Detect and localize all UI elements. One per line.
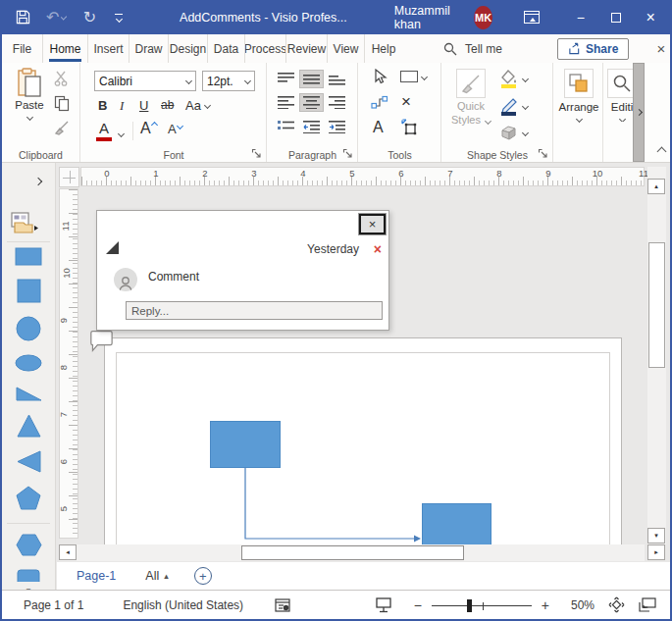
page-indicator[interactable]: Page 1 of 1 [24,598,83,612]
stencil-shape-circle[interactable] [16,316,41,341]
undo-icon[interactable]: ↶ [46,10,59,26]
tab-view[interactable]: View [328,34,365,63]
fill-color-button[interactable] [499,70,528,88]
decrease-font-size-button[interactable]: A [168,122,182,136]
bullets-button[interactable] [274,118,298,136]
add-page-button[interactable]: + [194,567,212,585]
stencil-shape-left-triangle[interactable] [17,450,41,473]
stencil-shape-square[interactable] [17,279,41,303]
tab-review[interactable]: Review [286,34,328,63]
cut-icon[interactable] [54,71,70,86]
format-painter-icon[interactable] [54,120,71,135]
zoom-out-button[interactable]: − [414,597,422,613]
language-indicator[interactable]: English (United States) [123,598,243,612]
stencil-shape-hexagon[interactable] [16,534,42,556]
user-name[interactable]: Muzammil khan [394,4,464,31]
bold-button[interactable]: B [98,98,107,113]
horizontal-scrollbar-thumb[interactable] [241,545,464,560]
maximize-button[interactable] [602,6,630,29]
scroll-up-button[interactable]: ▴ [647,179,665,194]
increase-font-size-button[interactable]: A [140,120,157,137]
strikethrough-button[interactable]: ab [161,98,174,112]
paste-button[interactable]: Paste [10,68,49,120]
tab-file[interactable]: File [2,34,43,63]
comment-indicator-icon[interactable] [90,330,122,359]
connector-tool-icon[interactable] [371,95,388,110]
copy-icon[interactable] [54,95,70,112]
stencil-window-icon[interactable] [11,212,40,238]
redo-icon[interactable]: ↻ [83,10,96,26]
ribbon-display-options-button[interactable] [518,6,545,29]
comment-reply-input[interactable] [126,301,383,320]
undo-dropdown-icon[interactable] [61,14,68,21]
close-document-icon[interactable]: × [656,40,665,57]
shape-styles-dialog-launcher-icon[interactable] [538,148,548,159]
all-pages-button[interactable]: All ▴ [145,569,168,583]
font-color-button[interactable]: A [96,120,112,141]
zoom-level[interactable]: 50% [561,598,594,612]
rectangle-tool-button[interactable] [400,71,427,82]
stencil-shape-right-triangle[interactable] [16,385,42,401]
zoom-slider[interactable] [432,598,532,612]
tab-insert[interactable]: Insert [88,34,129,63]
paragraph-dialog-launcher-icon[interactable] [342,148,353,159]
align-middle-button[interactable] [299,70,324,88]
stencil-shape-rectangle[interactable] [15,247,42,266]
tab-draw[interactable]: Draw [129,34,169,63]
tab-design[interactable]: Design [169,34,208,63]
quick-styles-button[interactable]: Quick Styles [448,69,493,128]
stencil-shape-rounded-square-clipped[interactable] [17,569,40,582]
effects-button[interactable] [499,125,528,141]
font-name-select[interactable]: Calibri [94,71,196,91]
save-icon[interactable] [16,10,30,25]
underline-button[interactable]: U [139,98,148,113]
customize-quick-access-icon[interactable] [115,14,123,22]
align-center-button[interactable] [299,93,324,112]
arrange-button[interactable]: Arrange [560,69,597,122]
connection-point-tool-icon[interactable]: × [401,92,411,112]
increase-indent-button[interactable] [325,118,349,136]
tab-process[interactable]: Process [245,34,286,63]
scroll-right-button[interactable]: ▸ [647,544,665,560]
align-bottom-button[interactable] [325,70,349,88]
align-right-button[interactable] [325,93,349,112]
presentation-mode-icon[interactable] [375,597,392,613]
comment-collapse-icon[interactable] [106,241,119,254]
comment-popup-close-button[interactable]: × [359,214,386,234]
scroll-left-button[interactable]: ◂ [59,544,77,560]
text-tool-icon[interactable]: A [373,119,384,136]
vertical-scrollbar-thumb[interactable] [648,242,665,368]
expand-shapes-panel-icon[interactable] [34,178,42,185]
decrease-indent-button[interactable] [299,118,324,136]
switch-windows-icon[interactable] [639,597,656,612]
font-dialog-launcher-icon[interactable] [251,148,262,159]
pointer-tool-icon[interactable] [373,69,388,85]
align-top-button[interactable] [274,70,298,88]
zoom-in-button[interactable]: + [542,597,549,613]
tell-me-box[interactable]: Tell me [443,42,502,56]
tab-data[interactable]: Data [208,34,245,63]
stencil-shape-triangle[interactable] [17,414,41,438]
zoom-slider-thumb[interactable] [467,599,472,612]
page-tab-page-1[interactable]: Page-1 [77,569,116,583]
avatar[interactable]: MK [474,6,493,29]
close-button[interactable]: × [637,6,664,29]
scroll-down-button[interactable]: ▾ [647,528,665,543]
tab-help[interactable]: Help [365,34,402,63]
italic-button[interactable]: I [120,98,124,114]
font-color-dropdown-icon[interactable] [118,130,125,137]
fit-page-to-window-icon[interactable] [608,596,625,613]
font-size-select[interactable]: 12pt. [202,71,255,91]
canvas-shape-rectangle-2[interactable] [422,503,491,544]
line-color-button[interactable] [499,97,528,116]
macro-recording-icon[interactable] [275,598,290,612]
delete-comment-icon[interactable]: × [374,241,382,257]
minimize-button[interactable]: − [567,6,594,29]
share-button[interactable]: Share [557,38,629,60]
ribbon-scroll-right[interactable] [633,63,645,162]
canvas-shape-rectangle-1[interactable] [210,421,281,468]
change-case-button[interactable]: Aa [185,98,210,113]
tab-home[interactable]: Home [43,34,88,63]
stencil-shape-ellipse[interactable] [15,354,42,372]
stencil-shape-pentagon[interactable] [16,486,41,510]
